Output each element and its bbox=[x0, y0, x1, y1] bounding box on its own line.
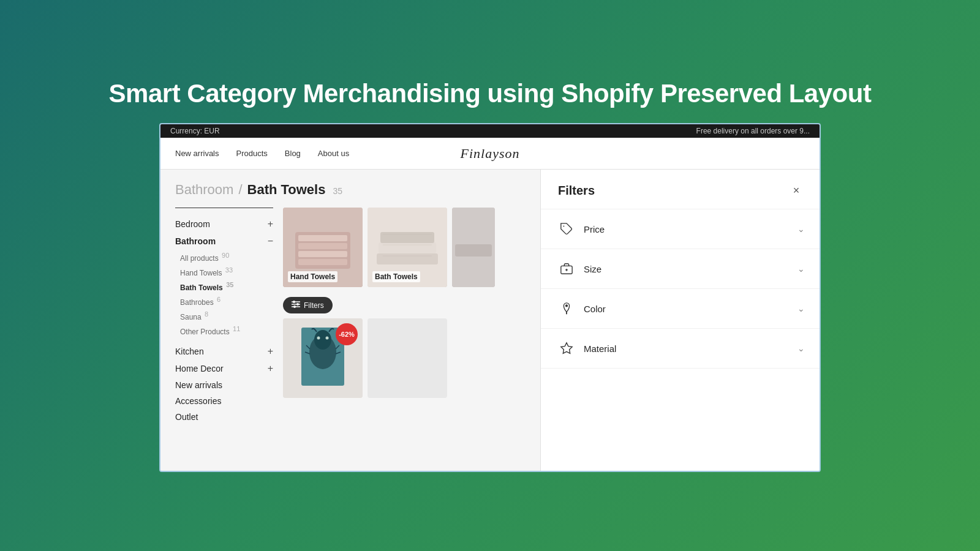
currency-label: Currency: EUR bbox=[170, 127, 220, 135]
browser-window: Currency: EUR Free delivery on all order… bbox=[159, 123, 821, 472]
close-filters-button[interactable]: × bbox=[788, 182, 805, 199]
subcategory-card-third[interactable] bbox=[452, 208, 495, 287]
sidebar-subcat-bathrobes-count: 6 bbox=[217, 296, 221, 303]
sidebar: Bedroom + Bathroom − All products 90 Han… bbox=[160, 203, 283, 471]
filter-color-left: Color bbox=[558, 300, 606, 317]
sidebar-homedecor-label: Home Decor bbox=[175, 364, 224, 373]
color-icon bbox=[558, 300, 575, 317]
svg-rect-5 bbox=[298, 259, 347, 265]
sidebar-subcat-hand-count: 33 bbox=[225, 266, 233, 274]
breadcrumb: Bathroom / Bath Towels 35 bbox=[160, 170, 540, 203]
svg-rect-9 bbox=[380, 232, 434, 243]
product-card-2[interactable] bbox=[368, 318, 447, 398]
subcategory-card-bath-towels[interactable]: Bath Towels bbox=[368, 208, 447, 287]
svg-point-20 bbox=[293, 305, 296, 308]
filters-panel: Filters × Price ⌄ bbox=[540, 170, 820, 471]
svg-point-18 bbox=[293, 301, 295, 303]
sidebar-subcat-hand-towels[interactable]: Hand Towels 33 bbox=[175, 264, 273, 279]
filters-bar: Filters bbox=[283, 294, 533, 318]
nav-new-arrivals[interactable]: New arrivals bbox=[175, 149, 219, 158]
filter-size-left: Size bbox=[558, 260, 601, 277]
filters-panel-title: Filters bbox=[558, 184, 595, 198]
sidebar-subcat-bath-label: Bath Towels bbox=[180, 283, 223, 292]
sidebar-item-outlet[interactable]: Outlet bbox=[175, 409, 273, 425]
delivery-label: Free delivery on all orders over 9... bbox=[696, 127, 810, 135]
filter-size-name: Size bbox=[584, 264, 601, 274]
filter-bars-icon bbox=[292, 301, 300, 310]
sidebar-item-newarrivals[interactable]: New arrivals bbox=[175, 377, 273, 393]
sidebar-item-bedroom[interactable]: Bedroom + bbox=[175, 216, 273, 233]
svg-rect-4 bbox=[298, 251, 347, 257]
svg-rect-2 bbox=[298, 235, 347, 241]
svg-point-35 bbox=[566, 305, 568, 307]
sidebar-subcat-bathrobes-label: Bathrobes bbox=[180, 298, 214, 307]
filter-price-name: Price bbox=[584, 224, 605, 234]
svg-rect-7 bbox=[377, 253, 438, 264]
svg-rect-8 bbox=[379, 242, 436, 253]
sidebar-item-bathroom[interactable]: Bathroom − bbox=[175, 233, 273, 250]
main-content: Bathroom / Bath Towels 35 Bedroom + Bath… bbox=[160, 170, 820, 471]
subcategory-card-hand-towels[interactable]: Hand Towels bbox=[283, 208, 363, 287]
filter-color[interactable]: Color ⌄ bbox=[541, 289, 820, 329]
price-tag-icon bbox=[558, 220, 575, 238]
sidebar-outlet-label: Outlet bbox=[175, 412, 198, 422]
sidebar-subcat-other-count: 11 bbox=[233, 325, 240, 332]
filter-size[interactable]: Size ⌄ bbox=[541, 249, 820, 289]
filters-button[interactable]: Filters bbox=[283, 297, 333, 313]
subcategory-card-hand-towels-label: Hand Towels bbox=[288, 271, 337, 282]
filter-price[interactable]: Price ⌄ bbox=[541, 209, 820, 249]
filter-material-name: Material bbox=[584, 343, 616, 354]
top-bar: Currency: EUR Free delivery on all order… bbox=[160, 124, 820, 138]
page-title: Smart Category Merchandising using Shopi… bbox=[109, 79, 872, 108]
nav-links: New arrivals Products Blog About us bbox=[175, 149, 349, 158]
sidebar-kitchen-label: Kitchen bbox=[175, 347, 204, 356]
sidebar-subcat-all[interactable]: All products 90 bbox=[175, 250, 273, 264]
product-area: Hand Towels bbox=[283, 203, 540, 471]
nav-products[interactable]: Products bbox=[236, 149, 268, 158]
sidebar-bedroom-label: Bedroom bbox=[175, 219, 210, 229]
svg-rect-3 bbox=[298, 243, 347, 249]
breadcrumb-count: 35 bbox=[333, 186, 342, 196]
svg-point-19 bbox=[296, 303, 299, 305]
subcategory-cards: Hand Towels bbox=[283, 208, 533, 287]
subcategory-card-bath-towels-label: Bath Towels bbox=[372, 271, 420, 282]
sidebar-accessories-label: Accessories bbox=[175, 396, 221, 406]
sidebar-subcat-all-count: 90 bbox=[222, 252, 229, 259]
color-chevron-icon: ⌄ bbox=[797, 304, 805, 313]
sidebar-subcat-bath-count: 35 bbox=[226, 281, 233, 288]
size-chevron-icon: ⌄ bbox=[797, 264, 805, 274]
svg-rect-14 bbox=[455, 244, 492, 257]
sidebar-subcat-hand-label: Hand Towels bbox=[180, 269, 222, 277]
filters-header: Filters × bbox=[541, 170, 820, 209]
discount-badge: -62% bbox=[336, 323, 358, 345]
store-body: Bathroom / Bath Towels 35 Bedroom + Bath… bbox=[160, 170, 540, 471]
filter-color-name: Color bbox=[584, 304, 606, 314]
nav-bar: New arrivals Products Blog About us Finl… bbox=[160, 138, 820, 170]
filters-button-label: Filters bbox=[304, 301, 324, 310]
sidebar-subcat-all-label: All products bbox=[180, 254, 219, 263]
price-chevron-icon: ⌄ bbox=[797, 224, 805, 234]
breadcrumb-separator: / bbox=[238, 182, 242, 198]
sidebar-subcat-sauna[interactable]: Sauna 8 bbox=[175, 309, 273, 323]
sidebar-newarrivals-label: New arrivals bbox=[175, 380, 222, 390]
sidebar-subcat-bathrobes[interactable]: Bathrobes 6 bbox=[175, 294, 273, 309]
filter-material[interactable]: Material ⌄ bbox=[541, 329, 820, 369]
nav-about[interactable]: About us bbox=[318, 149, 349, 158]
nav-blog[interactable]: Blog bbox=[285, 149, 301, 158]
sidebar-bathroom-label: Bathroom bbox=[175, 236, 216, 246]
product-card-1[interactable]: -62% bbox=[283, 318, 363, 398]
sidebar-item-kitchen[interactable]: Kitchen + bbox=[175, 343, 273, 360]
sidebar-subcat-other-label: Other Products bbox=[180, 328, 230, 336]
sidebar-divider bbox=[175, 208, 273, 208]
breadcrumb-current: Bath Towels bbox=[247, 182, 326, 198]
sidebar-homedecor-toggle: + bbox=[268, 363, 273, 374]
sidebar-subcat-sauna-count: 8 bbox=[205, 310, 208, 318]
sidebar-bedroom-toggle: + bbox=[268, 219, 273, 230]
sidebar-subcat-bath-towels[interactable]: Bath Towels 35 bbox=[175, 279, 273, 294]
sidebar-subcat-other[interactable]: Other Products 11 bbox=[175, 323, 273, 338]
breadcrumb-parent[interactable]: Bathroom bbox=[175, 182, 233, 198]
sidebar-item-homedecor[interactable]: Home Decor + bbox=[175, 360, 273, 377]
sidebar-item-accessories[interactable]: Accessories bbox=[175, 393, 273, 409]
sidebar-bathroom-toggle: − bbox=[268, 236, 273, 247]
site-logo[interactable]: Finlayson bbox=[461, 146, 520, 162]
